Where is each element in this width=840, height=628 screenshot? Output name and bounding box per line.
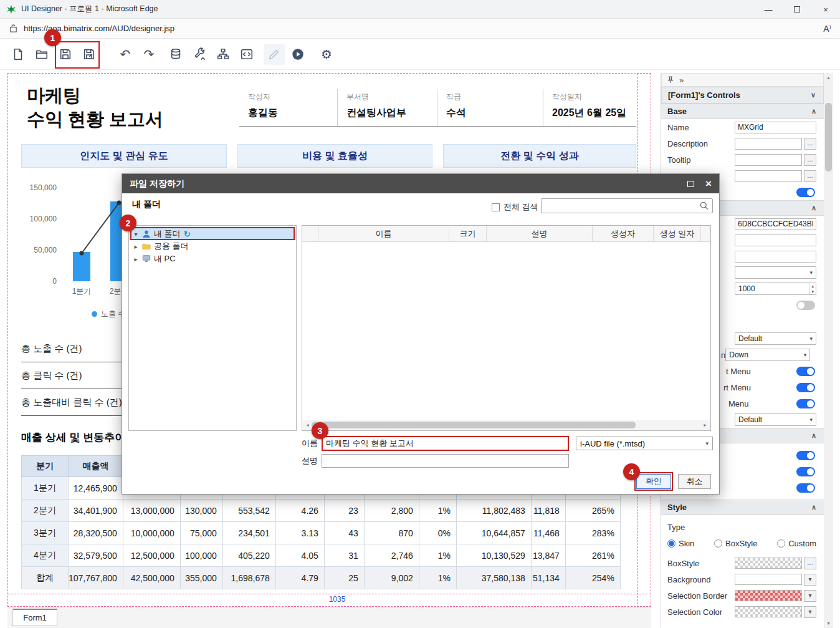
- file-type-dropdown[interactable]: i-AUD file (*.mtsd)▾: [576, 437, 713, 450]
- toggle-on[interactable]: [796, 483, 815, 493]
- tree-expand-icon[interactable]: ▸: [133, 243, 139, 250]
- open-folder-button[interactable]: [31, 44, 52, 65]
- text-input[interactable]: [735, 251, 816, 263]
- search-icon[interactable]: [699, 201, 709, 211]
- tree-expand-icon[interactable]: ▾: [133, 231, 139, 238]
- dataset-button[interactable]: [165, 44, 186, 65]
- text-input[interactable]: [735, 170, 802, 182]
- ellipsis-button[interactable]: …: [804, 170, 816, 182]
- report-tab-awareness[interactable]: 인지도 및 관심 유도: [21, 144, 227, 168]
- description-input[interactable]: [735, 138, 802, 150]
- scroll-up-icon[interactable]: ▴: [824, 73, 833, 82]
- dropdown-button[interactable]: ▾: [804, 606, 816, 618]
- tree-item-my-folder[interactable]: ▾ 내 폴더 ↻: [129, 228, 296, 240]
- column-creator[interactable]: 생성자: [593, 226, 654, 241]
- ellipsis-button[interactable]: …: [804, 154, 816, 166]
- settings-button[interactable]: ⚙: [316, 44, 337, 65]
- toggle-on[interactable]: [796, 188, 815, 197]
- background-swatch[interactable]: [735, 574, 802, 585]
- close-button[interactable]: ×: [811, 0, 840, 19]
- radio-custom[interactable]: Custom: [777, 539, 816, 548]
- undo-button[interactable]: ↶: [115, 44, 136, 65]
- current-folder-label: 내 폴더: [132, 199, 161, 210]
- default-dropdown[interactable]: Default▾: [735, 413, 816, 426]
- expand-panel-icon[interactable]: »: [679, 75, 684, 85]
- redo-button[interactable]: ↷: [138, 44, 160, 65]
- dropdown-button[interactable]: ▾: [804, 574, 816, 586]
- read-aloud-icon[interactable]: A⁾: [823, 24, 831, 34]
- selection-color-swatch[interactable]: [735, 606, 802, 617]
- minimize-button[interactable]: —: [754, 0, 783, 19]
- radio-boxstyle[interactable]: BoxStyle: [714, 539, 757, 548]
- file-name-input[interactable]: [323, 437, 568, 450]
- tooltip-input[interactable]: [735, 154, 802, 166]
- toggle-on[interactable]: [796, 467, 815, 476]
- toggle-on[interactable]: [796, 367, 815, 376]
- column-name[interactable]: 이름: [318, 226, 449, 241]
- tree-item-my-pc[interactable]: ▸ 내 PC: [129, 253, 296, 265]
- column-size[interactable]: 크기: [449, 226, 487, 241]
- column-description[interactable]: 설명: [487, 226, 593, 241]
- toggle-on[interactable]: [796, 383, 815, 392]
- hierarchy-button[interactable]: [212, 44, 234, 65]
- scrollbar-thumb[interactable]: [825, 103, 832, 171]
- table-row: 3분기28,320,50010,000,00075,000234,5013.13…: [22, 522, 621, 544]
- site-info-icon[interactable]: [9, 24, 18, 33]
- name-input[interactable]: [735, 122, 816, 133]
- tree-item-shared-folder[interactable]: ▸ 공용 폴더: [129, 240, 296, 253]
- toggle-off[interactable]: [796, 301, 815, 310]
- column-icon[interactable]: [302, 226, 318, 241]
- column-created-date[interactable]: 생성 일자: [654, 226, 701, 241]
- selection-border-swatch[interactable]: [735, 590, 802, 601]
- boxstyle-swatch[interactable]: [735, 558, 802, 569]
- ellipsis-button[interactable]: …: [804, 138, 816, 150]
- radio-skin[interactable]: Skin: [667, 539, 694, 548]
- search-all-option[interactable]: 전체 검색: [492, 201, 538, 213]
- guid-input[interactable]: [735, 218, 816, 230]
- down-dropdown[interactable]: Down▾: [725, 349, 810, 361]
- scroll-left-icon[interactable]: ◂: [303, 422, 312, 428]
- maximize-button[interactable]: [783, 0, 811, 19]
- save-as-button[interactable]: [79, 44, 100, 65]
- dialog-maximize-icon[interactable]: [687, 181, 694, 187]
- scroll-right-icon[interactable]: ▸: [700, 422, 710, 428]
- form-tab[interactable]: Form1: [12, 609, 57, 626]
- address-bar[interactable]: https://aoa.bimatrix.com/AUD/designer.js…: [0, 19, 840, 39]
- pin-icon[interactable]: [667, 76, 674, 84]
- number-spinner[interactable]: 1000▴▾: [735, 283, 816, 295]
- report-tab-cost[interactable]: 비용 및 효율성: [237, 144, 432, 168]
- default-dropdown[interactable]: Default▾: [735, 332, 816, 345]
- section-base[interactable]: Base∧: [661, 104, 824, 119]
- search-box[interactable]: [541, 198, 713, 213]
- dialog-header[interactable]: 파일 저장하기 ×: [122, 174, 719, 193]
- ellipsis-button[interactable]: …: [804, 558, 816, 569]
- controls-header[interactable]: [Form1]'s Controls∨: [661, 87, 824, 104]
- x-tick: 1분기: [69, 286, 94, 297]
- tree-expand-icon[interactable]: ▸: [133, 256, 139, 263]
- tools-button[interactable]: [189, 44, 210, 65]
- section-style[interactable]: Style∧: [661, 500, 824, 515]
- spin-up-icon[interactable]: ▴: [809, 283, 816, 289]
- toggle-on[interactable]: [796, 451, 815, 460]
- spin-down-icon[interactable]: ▾: [809, 289, 816, 294]
- toggle-on[interactable]: [796, 399, 815, 408]
- run-button[interactable]: [287, 44, 308, 65]
- ok-button[interactable]: 확인: [636, 474, 671, 489]
- search-input[interactable]: [542, 201, 699, 210]
- scrollbar-thumb[interactable]: [312, 422, 636, 428]
- file-desc-input[interactable]: [322, 455, 568, 467]
- dialog-close-icon[interactable]: ×: [705, 178, 712, 189]
- text-input[interactable]: [735, 234, 816, 246]
- horizontal-scrollbar[interactable]: ◂ ▸: [303, 420, 710, 430]
- checkbox[interactable]: [492, 203, 500, 211]
- save-button[interactable]: [55, 44, 76, 65]
- report-tab-conversion[interactable]: 전환 및 수익 성과: [443, 144, 636, 168]
- code-button[interactable]: [236, 44, 257, 65]
- new-document-button[interactable]: [7, 44, 29, 65]
- panel-scrollbar[interactable]: ▴ ▾: [824, 73, 833, 628]
- cancel-button[interactable]: 취소: [678, 474, 711, 489]
- dropdown-button[interactable]: ▾: [804, 590, 816, 602]
- scroll-down-icon[interactable]: ▾: [824, 619, 833, 628]
- dropdown[interactable]: ▾: [735, 266, 816, 279]
- refresh-icon[interactable]: ↻: [184, 229, 191, 239]
